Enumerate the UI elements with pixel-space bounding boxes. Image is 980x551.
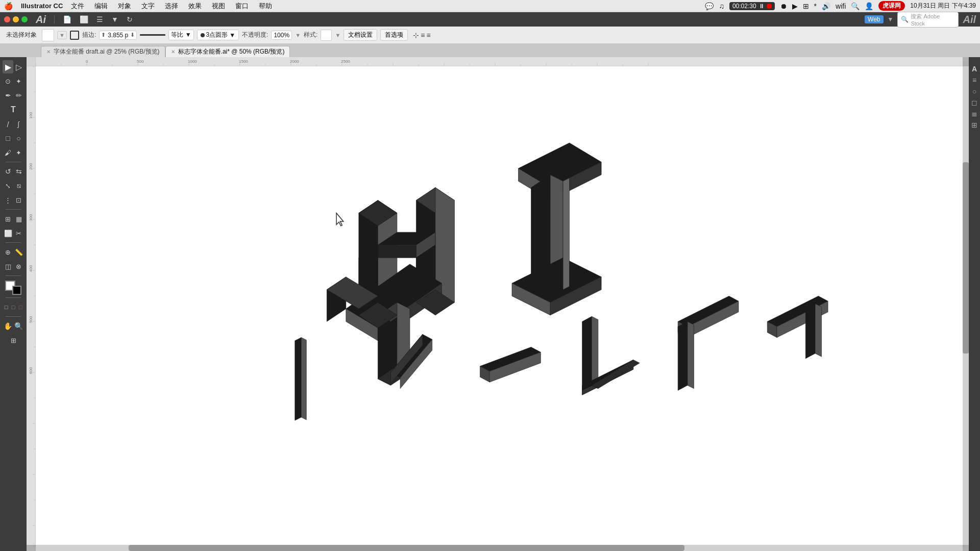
activity-icon[interactable]: ⏺ <box>780 2 787 10</box>
rp-type-icon[interactable]: A <box>970 64 979 73</box>
scrollbar-vertical[interactable] <box>963 66 969 545</box>
slice-tool[interactable]: ✂ <box>13 227 24 240</box>
menu-effect[interactable]: 效果 <box>186 2 204 11</box>
zoom-tool[interactable]: 🔍 <box>13 319 24 333</box>
wechat-icon[interactable]: 💬 <box>705 2 714 10</box>
dropdown-arrow[interactable]: ▼ <box>888 16 894 23</box>
app-name[interactable]: Illustrator CC <box>21 2 63 10</box>
eyedropper-tool[interactable]: ⊕ <box>3 245 13 259</box>
arc-tool[interactable]: ∫ <box>13 117 24 131</box>
align-icon[interactable]: ≡ <box>421 31 425 39</box>
draw-normal-icon[interactable]: □ <box>3 300 10 314</box>
menu-edit[interactable]: 编辑 <box>92 2 110 11</box>
magic-wand-tool[interactable]: ✦ <box>13 74 24 88</box>
component-tool[interactable]: ⊞ <box>4 334 22 347</box>
style-arrow[interactable]: ▼ <box>335 32 340 38</box>
rotate-canvas-icon[interactable]: ↻ <box>125 14 135 24</box>
fill-color-swatch[interactable] <box>42 29 54 41</box>
pts-dropdown[interactable]: 3点圆形 ▼ <box>197 30 239 40</box>
more-icon[interactable]: ≡ <box>426 31 430 39</box>
wifi-icon[interactable]: wifi <box>836 2 846 10</box>
pause-icon[interactable]: ⏸ <box>758 3 765 10</box>
grid-icon[interactable]: ⊞ <box>803 2 809 10</box>
menu-view[interactable]: 视图 <box>210 2 227 11</box>
color-boxes[interactable] <box>5 281 21 295</box>
tab-2[interactable]: ✕ 标志字体全能番.ai* @ 50% (RGB/预览) <box>165 46 290 57</box>
stroke-down-icon[interactable]: ⬇ <box>130 32 135 38</box>
canvas-area[interactable]: 0 500 1000 1500 2000 2500 <box>27 57 969 551</box>
menu-type[interactable]: 文字 <box>139 2 157 11</box>
menu-object[interactable]: 对象 <box>116 2 133 11</box>
arrange-icon[interactable]: ☰ <box>94 14 105 24</box>
background-color[interactable] <box>12 286 21 295</box>
rp-circle-icon[interactable]: ○ <box>970 87 979 96</box>
measure-tool[interactable]: 📏 <box>13 245 24 259</box>
free-transform-tool[interactable]: ⊡ <box>13 193 24 207</box>
opacity-arrow[interactable]: ▼ <box>295 32 301 38</box>
draw-behind-icon[interactable]: □ <box>10 300 17 314</box>
menu-select[interactable]: 选择 <box>163 2 180 11</box>
close-button[interactable] <box>4 16 10 22</box>
shear-tool[interactable]: ⧅ <box>13 179 24 192</box>
chevron-down-icon[interactable]: ▼ <box>109 14 120 24</box>
style-swatch[interactable] <box>321 30 332 41</box>
warp-tool[interactable]: ⋮ <box>3 193 13 207</box>
pencil-tool[interactable]: ✏ <box>13 89 24 102</box>
opacity-input[interactable]: 100% <box>271 31 292 40</box>
line-tool[interactable]: / <box>3 117 13 131</box>
selection-tool[interactable]: ▶ <box>3 60 13 73</box>
lt-sep-4 <box>6 276 21 276</box>
stroke-up-icon[interactable]: ⬆ <box>101 32 106 38</box>
type-tool[interactable]: T <box>4 103 22 116</box>
rp-align-icon[interactable]: ≣ <box>970 109 979 118</box>
scale-tool[interactable]: ⤡ <box>3 179 13 192</box>
apple-menu[interactable]: 🍎 <box>4 2 13 10</box>
hand-tool[interactable]: ✋ <box>3 319 13 333</box>
volume-icon[interactable]: 🔊 <box>822 2 830 10</box>
symbol-tool[interactable]: ⊞ <box>3 212 13 226</box>
user-icon[interactable]: 👤 <box>865 2 873 10</box>
minimize-button[interactable] <box>13 16 19 22</box>
menu-help[interactable]: 帮助 <box>257 2 274 11</box>
blob-brush-tool[interactable]: ✦ <box>13 146 24 159</box>
tab-close-2[interactable]: ✕ <box>171 49 175 55</box>
scrollbar-thumb-v[interactable] <box>963 162 969 354</box>
paintbrush-tool[interactable]: 🖌 <box>3 146 13 159</box>
view-grid-icon[interactable]: ⬜ <box>78 14 90 24</box>
menu-window[interactable]: 窗口 <box>233 2 251 11</box>
scrollbar-thumb-h[interactable] <box>129 545 685 551</box>
bluetooth-icon[interactable]: * <box>814 2 817 10</box>
stroke-scale-dropdown[interactable]: 等比 ▼ <box>168 30 193 40</box>
blend-tool[interactable]: ⊗ <box>13 260 24 273</box>
grid-dots-icon[interactable]: ⊹ <box>413 31 419 39</box>
reflect-tool[interactable]: ⇆ <box>13 165 24 178</box>
stroke-color-swatch[interactable] <box>70 31 79 40</box>
tab-1[interactable]: ✕ 字体全能番 draft.ai @ 25% (RGB/预览) <box>41 46 165 57</box>
stroke-value[interactable]: 3.855 p <box>106 31 130 39</box>
menu-file[interactable]: 文件 <box>69 2 86 11</box>
screen-icon[interactable]: ▶ <box>792 2 798 10</box>
fill-dropdown[interactable]: ▼ <box>57 31 67 39</box>
rp-grid-icon[interactable]: ⊞ <box>970 120 979 130</box>
doc-settings-button[interactable]: 文档设置 <box>344 29 377 41</box>
direct-select-tool[interactable]: ▷ <box>13 60 24 73</box>
maximize-button[interactable] <box>21 16 28 22</box>
pen-tool[interactable]: ✒ <box>3 89 13 102</box>
new-doc-icon[interactable]: 📄 <box>61 14 74 24</box>
lasso-tool[interactable]: ⊙ <box>3 74 13 88</box>
scrollbar-horizontal[interactable] <box>36 545 963 551</box>
rect-tool[interactable]: □ <box>3 132 13 145</box>
rp-props-icon[interactable]: ≡ <box>970 76 979 85</box>
search-bar[interactable]: 🔍 搜索 Adobe Stock <box>897 12 959 28</box>
music-icon[interactable]: ♫ <box>719 2 724 10</box>
artboard-tool[interactable]: ⬜ <box>3 227 13 240</box>
prefs-button[interactable]: 首选项 <box>380 29 408 41</box>
tab-close-1[interactable]: ✕ <box>46 49 51 55</box>
rp-square-icon[interactable]: ◻ <box>970 98 979 107</box>
rotate-tool[interactable]: ↺ <box>3 165 13 178</box>
ellipse-tool[interactable]: ○ <box>13 132 24 145</box>
gradient-tool[interactable]: ◫ <box>3 260 13 273</box>
draw-clip-icon[interactable]: □ <box>17 300 24 314</box>
column-graph-tool[interactable]: ▦ <box>13 212 24 226</box>
search-icon[interactable]: 🔍 <box>851 2 860 10</box>
